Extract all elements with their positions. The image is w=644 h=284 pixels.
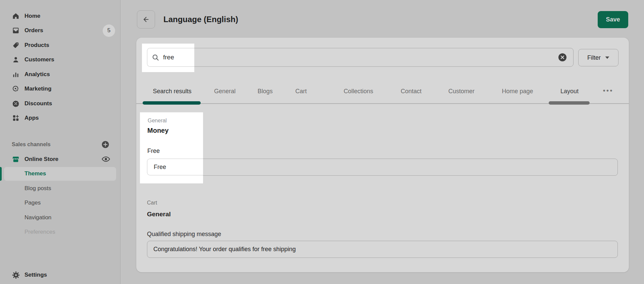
active-tab-underline [143,101,201,105]
sidebar-item-customers[interactable]: Customers [0,53,120,67]
add-sales-channel-icon[interactable] [101,140,110,149]
shipping-message-label: Qualified shipping message [147,231,221,238]
clear-search-button[interactable] [558,53,567,62]
search-value: free [163,54,174,61]
x-circle-icon [558,53,567,62]
caret-down-icon [605,56,609,59]
free-field-input-highlighted[interactable]: Free [147,159,203,175]
search-icon [152,54,159,61]
tab-blogs[interactable]: Blogs [257,88,273,95]
result-heading: Money [147,127,168,134]
sidebar-item-analytics[interactable]: Analytics [0,67,120,82]
sidebar-item-label: Home [24,13,40,19]
result-heading: General [147,211,171,218]
sidebar-item-label: Discounts [24,100,52,107]
free-field-value: Free [154,164,166,171]
tab-contact[interactable]: Contact [401,88,422,95]
sidebar-item-themes[interactable]: Themes [0,167,120,181]
sidebar-item-label: Marketing [24,86,51,92]
free-field-label: Free [147,148,160,155]
sidebar-item-label: Themes [0,170,46,177]
sidebar-item-label: Navigation [24,214,51,221]
sidebar-item-products[interactable]: Products [0,38,120,53]
search-input-highlighted[interactable]: free [147,48,194,67]
result-group-label: General [148,118,167,124]
highlight-box-search: free [142,44,194,72]
sidebar-item-label: Orders [24,27,43,34]
sidebar-item-online-store[interactable]: Online Store [0,152,120,167]
sidebar-item-label: Apps [24,115,39,121]
sidebar-item-label: Pages [24,200,41,206]
layout-tab-underline [549,101,590,105]
customers-icon [12,56,19,63]
back-button[interactable] [137,10,155,29]
orders-count-badge: 5 [103,24,115,37]
tab-search-results[interactable]: Search results [153,88,191,95]
sidebar-item-discounts[interactable]: Discounts [0,96,120,111]
sidebar-item-settings[interactable]: Settings [0,268,120,282]
shopify-admin-page: Home Orders 5 Products Customers Analyti… [0,0,644,284]
shipping-message-input[interactable]: Congratulations! Your order qualifies fo… [147,241,618,258]
filter-label: Filter [587,54,601,61]
sidebar-item-orders[interactable]: Orders 5 [0,23,120,38]
save-button[interactable]: Save [598,11,628,28]
sidebar-item-pages[interactable]: Pages [0,196,120,211]
tabs-overflow-button[interactable]: ••• [603,87,613,95]
main-content: Language (English) Save Filter Search re… [120,0,644,284]
free-field-input[interactable] [147,159,618,176]
orders-icon [12,27,19,34]
sidebar: Home Orders 5 Products Customers Analyti… [0,0,120,284]
highlight-box-result: General Money Free Free [140,112,203,183]
online-store-icon [12,156,19,163]
search-input[interactable] [147,48,574,67]
products-tag-icon [12,42,19,49]
sidebar-item-label: Analytics [24,71,50,78]
sales-channels-header: Sales channels [0,137,120,152]
home-icon [12,12,19,20]
tab-cart[interactable]: Cart [295,88,307,95]
result-group-label: Cart [147,200,157,206]
sidebar-item-apps[interactable]: Apps [0,111,120,126]
discounts-icon [12,100,19,107]
arrow-left-icon [142,15,150,24]
sidebar-item-label: Preferences [24,229,55,235]
analytics-icon [12,71,19,78]
marketing-icon [12,85,19,93]
sidebar-item-label: Online Store [24,156,58,163]
page-title: Language (English) [163,15,238,24]
sidebar-item-label: Settings [24,272,47,278]
apps-icon [12,114,19,122]
tab-home-page[interactable]: Home page [502,88,533,95]
sidebar-item-preferences[interactable]: Preferences [0,225,120,240]
tab-general[interactable]: General [214,88,236,95]
settings-gear-icon [12,271,20,279]
sidebar-item-blog-posts[interactable]: Blog posts [0,181,120,196]
sidebar-item-label: Products [24,42,49,49]
sidebar-item-home[interactable]: Home [0,9,120,23]
tab-collections[interactable]: Collections [344,88,373,95]
sales-channels-label: Sales channels [12,141,51,148]
sidebar-nav: Home Orders 5 Products Customers Analyti… [0,9,120,239]
filter-button[interactable]: Filter [578,49,618,66]
sidebar-item-label: Customers [24,56,54,63]
sidebar-item-label: Blog posts [24,185,51,192]
sidebar-item-navigation[interactable]: Navigation [0,210,120,225]
tab-customer[interactable]: Customer [448,88,475,95]
view-store-eye-icon[interactable] [101,155,110,164]
tab-layout[interactable]: Layout [560,88,579,95]
sidebar-item-marketing[interactable]: Marketing [0,82,120,97]
shipping-message-value: Congratulations! Your order qualifies fo… [153,246,296,253]
